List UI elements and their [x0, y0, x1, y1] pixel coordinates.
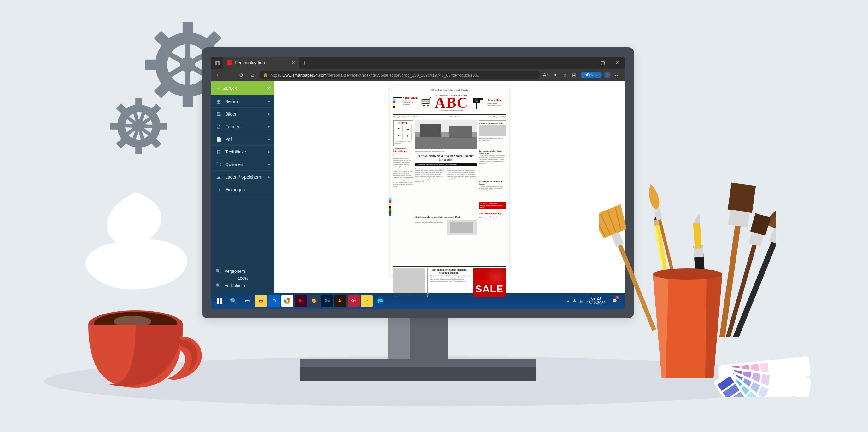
editor-canvas[interactable]: Vel posilitus os er eluliur neoquii dozq… — [274, 81, 624, 293]
np-col-mid: Ut wisi enim ad minim veniam, quis nostr… — [415, 120, 476, 265]
np-masthead: Natqui volum Anti vendebis nostrud Alici… — [393, 91, 505, 113]
nav-back-button[interactable]: ← — [214, 70, 223, 80]
taskbar-app-generic-1[interactable]: 🎨 — [308, 295, 320, 307]
browser-tabstrip: ▥ Personalization ✕ ＋ — ▢ ✕ — [211, 57, 624, 69]
sidebar-item-pdf[interactable]: 📄 Pdf ▸ — [211, 133, 274, 145]
np-qr — [393, 97, 402, 108]
sidebar-item-seiten[interactable]: ▦ Seiten ▸ — [211, 95, 274, 108]
chevron-right-icon: ▸ — [269, 112, 270, 115]
nav-refresh-button[interactable]: ⟳ — [237, 70, 246, 80]
new-tab-button[interactable]: ＋ — [299, 57, 310, 69]
taskbar-search-button[interactable]: 🔍 — [227, 295, 240, 307]
svg-rect-47 — [693, 223, 702, 248]
editor-app: 〈 Zurück ✕ ▦ Seiten ▸ 🖼 Bilder ▸ ⬠ Forme… — [211, 81, 624, 293]
steam-decor — [69, 186, 208, 320]
tray-chevron-icon[interactable]: ˄ — [561, 299, 563, 303]
shapes-icon: ⬠ — [216, 124, 221, 129]
sidebar-item-textbloecke[interactable]: ⌸ Textblöcke ▸ — [211, 145, 274, 158]
tray-volume-icon[interactable]: 🔈 — [579, 299, 584, 303]
pencil-holder-decor — [647, 268, 728, 386]
svg-rect-101 — [220, 298, 222, 301]
tray-network-icon[interactable]: 🖧 — [572, 299, 577, 303]
sidebar-item-formen[interactable]: ⬠ Formen ▸ — [211, 120, 274, 133]
tray-cloud-icon[interactable]: ☁ — [566, 299, 570, 303]
sidebar-item-einloggen[interactable]: ⇥ Einloggen — [211, 184, 274, 196]
chevron-right-icon: ▸ — [269, 125, 270, 128]
sidebar-item-label: Formen — [225, 124, 240, 129]
svg-point-29 — [134, 121, 144, 131]
np-col-right: Alextozer? eflem quot locitet Tia non ob… — [479, 120, 505, 265]
np-kicker-left: Natqui volum — [403, 97, 417, 99]
pdf-icon: 📄 — [216, 137, 221, 142]
taskbar-app-illustrator[interactable]: Ai — [334, 295, 346, 307]
nav-home-button[interactable]: ⌂ — [248, 70, 257, 80]
zoom-out-icon: 🔍 — [216, 283, 221, 288]
np-subline: Purchasing Entertainment Newspaper — [435, 109, 468, 111]
window-close-button[interactable]: ✕ — [610, 57, 624, 69]
np-sale-ad: SALE — [473, 268, 505, 297]
sidebar-item-bilder[interactable]: 🖼 Bilder ▸ — [211, 108, 274, 120]
editor-sidebar: 〈 Zurück ✕ ▦ Seiten ▸ 🖼 Bilder ▸ ⬠ Forme… — [211, 81, 274, 293]
start-button[interactable] — [213, 295, 226, 307]
zoom-in-button[interactable]: 🔍 Vergrößern — [216, 269, 270, 273]
svg-rect-96 — [480, 98, 483, 100]
collections-icon[interactable]: ⊞ — [570, 70, 579, 80]
nav-forward-button[interactable]: → — [225, 70, 235, 80]
chevron-left-icon: 〈 — [215, 85, 220, 92]
np-dateline: Montag, 1. Juli 2019 | Nr. 101 | 24. Woc… — [393, 115, 505, 118]
taskbar-app-indesign[interactable]: Id — [294, 295, 307, 307]
taskbar-app-explorer[interactable]: 🗀 — [255, 295, 267, 307]
svg-rect-52 — [727, 182, 756, 213]
np-col-left: HEUTE ☀☁ ☂❄ Lorem ipsum dolor sit amet c… — [393, 120, 413, 265]
read-aloud-icon[interactable]: A⁺ — [541, 70, 550, 80]
url-field[interactable]: 🔒 https://www.smartpaper24.com/personali… — [259, 71, 540, 79]
browser-tab-active[interactable]: Personalization ✕ — [223, 57, 299, 69]
cloud-icon: ☁ — [216, 174, 221, 179]
pages-icon: ▦ — [216, 99, 221, 104]
taskbar-app-generic-3[interactable]: ☺ — [361, 295, 373, 307]
np-kicker-right-sub: Dalia urumtaet vensorsendi uritis OS — [487, 102, 502, 106]
zoom-in-icon: 🔍 — [216, 269, 221, 273]
sidebar-item-label: Laden / Speichern — [225, 174, 261, 179]
chevron-right-icon: ▸ — [269, 163, 270, 166]
login-icon: ⇥ — [216, 187, 221, 192]
browser-more-button[interactable]: ⋯ — [613, 70, 622, 80]
sidebar-item-label: Bilder — [225, 111, 237, 117]
np-left-red1: „Nomerendo“ alterstellis mo. — [393, 148, 413, 153]
sidebar-close-icon[interactable]: ✕ — [267, 86, 271, 91]
sidebar-item-optionen[interactable]: ⛶ Optionen ▸ — [211, 158, 274, 171]
chevron-right-icon: ▸ — [269, 100, 270, 103]
window-minimize-button[interactable]: — — [581, 57, 595, 69]
inprivate-badge[interactable]: InPrivate — [581, 71, 602, 78]
tab-actions-icon[interactable]: ▥ — [211, 57, 223, 69]
newspaper-page[interactable]: Vel posilitus os er eluliur neoquii dozq… — [390, 86, 509, 275]
taskbar-app-chrome[interactable] — [281, 295, 293, 307]
gear-small-decor — [111, 98, 167, 155]
svg-point-92 — [423, 105, 425, 106]
taskbar-app-outlook[interactable]: O — [268, 295, 280, 307]
svg-marker-48 — [692, 213, 700, 223]
taskbar-app-edge[interactable] — [374, 295, 386, 307]
chevron-right-icon: ▸ — [269, 137, 270, 141]
np-preover: Vel posilitus os er eluliur neoquii dozq… — [393, 89, 505, 91]
window-controls: — ▢ ✕ — [581, 57, 624, 69]
translate-icon[interactable]: ✦ — [551, 70, 560, 80]
zoom-out-button[interactable]: 🔍 Verkleinern — [216, 283, 270, 288]
taskbar-app-generic-2[interactable]: 9⁺ — [348, 295, 360, 307]
taskbar-app-photoshop[interactable]: Ps — [321, 295, 333, 307]
window-maximize-button[interactable]: ▢ — [595, 57, 610, 69]
favorites-icon[interactable]: ☆ — [560, 70, 569, 80]
np-red-promo: ANZEIGE — exerci tation ullamcorper susc… — [479, 202, 505, 209]
svg-point-106 — [286, 300, 288, 302]
heute-tag: HEUTE — [395, 122, 412, 124]
task-view-button[interactable]: ▭ — [241, 295, 254, 307]
camera-icon — [471, 95, 485, 110]
sidebar-item-laden-speichern[interactable]: ☁ Laden / Speichern ▸ — [211, 171, 274, 184]
sidebar-back-bar[interactable]: 〈 Zurück ✕ — [211, 81, 274, 95]
lock-icon: 🔒 — [263, 73, 268, 77]
svg-rect-89 — [422, 100, 429, 104]
browser-profile-button[interactable]: 👤 — [604, 71, 611, 78]
svg-point-95 — [475, 99, 478, 102]
np-hero-photo — [415, 120, 476, 149]
tab-close-icon[interactable]: ✕ — [291, 60, 295, 65]
